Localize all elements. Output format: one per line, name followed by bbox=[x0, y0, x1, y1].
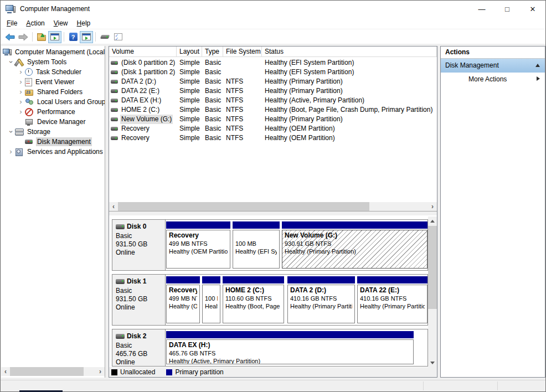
partition-color-band bbox=[282, 221, 427, 229]
disk-1-header[interactable]: Disk 1 Basic 931.50 GB Online bbox=[112, 275, 166, 325]
scrollbar-thumb[interactable] bbox=[10, 367, 84, 376]
show-action-pane-button[interactable] bbox=[80, 31, 93, 43]
actions-group-disk-management[interactable]: Disk Management bbox=[441, 59, 545, 73]
partition-size: 410.16 GB NTFS bbox=[290, 295, 352, 302]
tree-item-label: Performance bbox=[36, 107, 76, 116]
partition-recovery[interactable]: Recovery 499 MB NTFS Healthy (OEM Partit… bbox=[166, 276, 200, 323]
show-console-tree-button[interactable] bbox=[48, 31, 61, 43]
scroll-left-icon[interactable]: ‹ bbox=[109, 202, 118, 211]
partition-name: New Volume (G:) bbox=[285, 231, 425, 240]
scroll-down-icon[interactable] bbox=[428, 358, 437, 367]
scroll-up-icon[interactable] bbox=[428, 216, 437, 225]
partition-status: Healthy (Primary Partition) bbox=[285, 247, 425, 255]
column-header-file-system[interactable]: File System bbox=[223, 47, 262, 57]
export-list-button[interactable] bbox=[35, 31, 48, 43]
disk-icon bbox=[116, 224, 125, 229]
disk-view-vertical-scrollbar[interactable] bbox=[428, 216, 437, 367]
chevron-collapsed-icon[interactable]: › bbox=[7, 148, 15, 156]
tree-item-disk-management[interactable]: › Disk Management bbox=[1, 137, 105, 147]
partition-data22[interactable]: DATA 22 (E:) 410.16 GB NTFS Healthy (Pri… bbox=[357, 276, 427, 323]
back-button[interactable] bbox=[3, 31, 17, 43]
tree-item-system-tools[interactable]: › System Tools bbox=[1, 57, 105, 67]
volume-list-horizontal-scrollbar[interactable]: ‹ › bbox=[109, 202, 437, 211]
more-actions-item[interactable]: More Actions bbox=[441, 73, 545, 86]
menu-file[interactable]: File bbox=[2, 17, 22, 29]
pane-splitter[interactable] bbox=[109, 211, 437, 216]
tree-item-local-users-and-groups[interactable]: › Local Users and Groups bbox=[1, 97, 105, 107]
tree-item-task-scheduler[interactable]: › Task Scheduler bbox=[1, 67, 105, 77]
menu-help[interactable]: Help bbox=[73, 17, 95, 29]
close-button[interactable]: ✕ bbox=[520, 1, 545, 17]
tree-horizontal-scrollbar[interactable]: ‹ › bbox=[1, 367, 105, 376]
column-header-layout[interactable]: Layout bbox=[177, 47, 202, 57]
partition-recovery[interactable]: Recovery 499 MB NTFS Healthy (OEM Partit… bbox=[166, 221, 230, 269]
partition-color-band bbox=[166, 221, 230, 229]
table-row[interactable]: (Disk 0 partition 2) Simple Basic Health… bbox=[109, 58, 437, 68]
partition-size: 410.16 GB NTFS bbox=[360, 295, 425, 302]
disk-management-icon bbox=[25, 138, 34, 146]
partition-name bbox=[205, 286, 218, 295]
chevron-expanded-icon[interactable]: › bbox=[7, 128, 15, 136]
volume-status: Healthy (OEM Partition) bbox=[262, 124, 437, 133]
volume-status: Healthy (EFI System Partition) bbox=[262, 68, 437, 77]
volume-icon bbox=[111, 117, 118, 121]
partition-home2[interactable]: HOME 2 (C:) 110.60 GB NTFS Healthy (Boot… bbox=[223, 276, 284, 323]
table-row[interactable]: HOME 2 (C:) Simple Basic NTFS Healthy (B… bbox=[109, 105, 437, 115]
tree-item-performance[interactable]: › Performance bbox=[1, 107, 105, 117]
volume-layout: Simple bbox=[177, 58, 202, 68]
column-header-status[interactable]: Status bbox=[262, 47, 437, 57]
volume-icon bbox=[111, 127, 118, 131]
partition-efi[interactable]: 100 MB Healthy (EFI System Partition) bbox=[202, 276, 220, 323]
table-row[interactable]: DATA EX (H:) Simple Basic NTFS Healthy (… bbox=[109, 96, 437, 105]
chevron-collapsed-icon[interactable]: › bbox=[17, 88, 25, 96]
partition-efi[interactable]: 100 MB Healthy (EFI System Partition) bbox=[233, 221, 280, 269]
partition-status: Healthy (Active, Primary Partition) bbox=[169, 357, 411, 364]
maximize-button[interactable]: □ bbox=[495, 1, 520, 17]
forward-button[interactable] bbox=[17, 31, 30, 43]
chevron-collapsed-icon[interactable]: › bbox=[17, 68, 25, 76]
partition-name: DATA EX (H:) bbox=[169, 341, 411, 349]
scroll-left-icon[interactable]: ‹ bbox=[1, 367, 10, 376]
partition-size: 110.60 GB NTFS bbox=[225, 295, 281, 302]
tree-item-shared-folders[interactable]: › Shared Folders bbox=[1, 87, 105, 97]
disk-tool-button[interactable] bbox=[98, 31, 111, 43]
collapse-up-icon[interactable] bbox=[535, 64, 540, 67]
disk-0-header[interactable]: Disk 0 Basic 931.50 GB Online bbox=[112, 220, 166, 270]
scrollbar-thumb[interactable] bbox=[118, 202, 369, 211]
scroll-right-icon[interactable]: › bbox=[96, 367, 105, 376]
menu-bar: File Action View Help bbox=[1, 17, 545, 29]
column-header-type[interactable]: Type bbox=[202, 47, 223, 57]
tree-item-device-manager[interactable]: › Device Manager bbox=[1, 117, 105, 127]
folder-icon bbox=[37, 35, 46, 41]
table-row[interactable]: DATA 22 (E:) Simple Basic NTFS Healthy (… bbox=[109, 86, 437, 96]
toolbar: ? bbox=[1, 30, 545, 44]
chevron-collapsed-icon[interactable]: › bbox=[17, 108, 25, 116]
chevron-collapsed-icon[interactable]: › bbox=[17, 78, 25, 86]
help-button[interactable]: ? bbox=[66, 31, 80, 43]
table-row[interactable]: DATA 2 (D:) Simple Basic NTFS Healthy (P… bbox=[109, 77, 437, 86]
scrollbar-thumb[interactable] bbox=[428, 226, 437, 309]
table-row[interactable]: Recovery Simple Basic NTFS Healthy (OEM … bbox=[109, 133, 437, 143]
table-row-selected[interactable]: New Volume (G:) Simple Basic NTFS Health… bbox=[109, 115, 437, 124]
device-manager-icon bbox=[25, 118, 34, 126]
minimize-button[interactable]: — bbox=[469, 1, 495, 17]
column-header-volume[interactable]: Volume bbox=[109, 47, 177, 57]
volume-type: Basic bbox=[202, 68, 223, 77]
tree-item-services-and-applications[interactable]: › Services and Applications bbox=[1, 147, 105, 157]
volume-fs: NTFS bbox=[223, 133, 262, 143]
partition-data2[interactable]: DATA 2 (D:) 410.16 GB NTFS Healthy (Prim… bbox=[287, 276, 355, 323]
disk-2-header[interactable]: Disk 2 Basic 465.76 GB Online bbox=[112, 329, 166, 366]
menu-view[interactable]: View bbox=[49, 17, 73, 29]
properties-button[interactable] bbox=[111, 31, 125, 43]
partition-new-volume-selected[interactable]: New Volume (G:) 930.91 GB NTFS Healthy (… bbox=[282, 221, 427, 269]
partition-dataex[interactable]: DATA EX (H:) 465.76 GB NTFS Healthy (Act… bbox=[166, 331, 414, 364]
tree-item-computer-management[interactable]: Computer Management (Local) bbox=[1, 47, 105, 57]
chevron-collapsed-icon[interactable]: › bbox=[17, 98, 25, 106]
tree-item-event-viewer[interactable]: › Event Viewer bbox=[1, 77, 105, 87]
tree-item-storage[interactable]: › Storage bbox=[1, 127, 105, 137]
table-row[interactable]: Recovery Simple Basic NTFS Healthy (OEM … bbox=[109, 124, 437, 133]
table-row[interactable]: (Disk 1 partition 2) Simple Basic Health… bbox=[109, 68, 437, 77]
scroll-right-icon[interactable]: › bbox=[428, 202, 437, 211]
menu-action[interactable]: Action bbox=[22, 17, 49, 29]
partition-name: HOME 2 (C:) bbox=[225, 286, 281, 295]
